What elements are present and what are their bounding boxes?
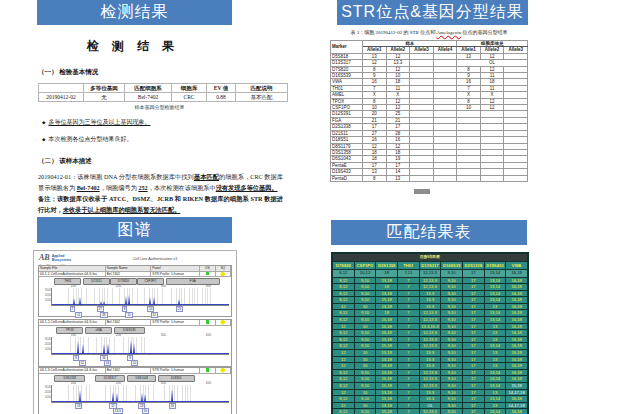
allele-cell: 7	[397, 409, 419, 414]
allele-cell: 12	[333, 350, 355, 357]
allele-cell: 18	[376, 284, 398, 291]
sample-description-paragraph: 20190412-01：该株细胞 DNA 分型在细胞系数据库中找到基本匹配的细胞…	[38, 172, 283, 193]
allele-cell: 16,18	[506, 330, 528, 337]
allele-cell: 7	[397, 323, 419, 330]
allele-cell: 8,12	[333, 369, 355, 376]
allele-label: 12	[151, 312, 158, 318]
column-header: 细胞库	[172, 84, 207, 93]
match-row: 121013,18713.39,10171316,18	[333, 356, 528, 363]
allele-label: 19	[142, 408, 149, 414]
sample-name: Bel-7402	[106, 272, 151, 277]
match-row: 8,129,1015,18712,13.39,101713,1416,18	[333, 376, 528, 383]
allele-cell: 8,12	[333, 310, 355, 317]
allele-cell: 13.3	[419, 389, 441, 396]
banner-electropherogram: 图谱	[37, 217, 232, 243]
match-row: 121013,18713.39,10171316,18	[333, 303, 528, 310]
sample-allele	[410, 175, 434, 181]
allele-cell: 17	[462, 290, 484, 297]
allele-cell: 15,18	[376, 323, 398, 330]
sample-file: 04-1-1-CellLineAuthentication-04-S.fsa	[39, 272, 106, 277]
text-segment: ，本次检测在该细胞系中	[148, 184, 216, 191]
allele-cell: 16,18	[506, 303, 528, 310]
allele-cell: 7	[397, 297, 419, 304]
result-summary-table: 多等位基因匹配细胞系细胞库EV 值匹配说明20190412-02无Bel-740…	[38, 83, 288, 102]
reference-row: 8,1210,12187,1112,13.39,101713,1416,18	[333, 270, 528, 278]
allele-cell: 17	[462, 350, 484, 357]
match-row: 8,129,1015,18713.39,101713,1416,18	[333, 396, 528, 403]
column-header: 匹配细胞系	[125, 84, 172, 93]
allele-cell: 17	[462, 330, 484, 337]
allele-cell: 7	[397, 369, 419, 376]
y-tick-label: 2000	[41, 294, 51, 297]
allele-cell: 13,14	[484, 297, 506, 304]
allele-cell: 7	[397, 396, 419, 403]
allele-cell: 7	[397, 317, 419, 324]
allele-cell: 13	[484, 303, 506, 310]
sample-file: 04-1-2-CellLineAuthentication-04-S.fsa	[39, 320, 106, 325]
allele-cell: 8,12	[333, 336, 355, 343]
allele-cell: 12,13.3	[419, 376, 441, 383]
match-row: 8,129,1013,18713.39,101713,1416,18	[333, 290, 528, 297]
header-label: Sample File	[39, 266, 106, 271]
match-row: 8,129,1015,18712,13.39,101713,1416,18	[333, 343, 528, 350]
allele-cell: 7	[397, 356, 419, 363]
allele-cell: 7	[397, 389, 419, 396]
allele-cell: 10	[354, 402, 376, 409]
allele-cell: 9,10	[354, 297, 376, 304]
allele-label-row: 7112728812101221	[51, 306, 231, 317]
sample-name: Bel-7402	[106, 368, 151, 373]
yellow-diamond-icon	[220, 272, 225, 276]
allele-cell: 10	[354, 389, 376, 396]
match-row: 8,129,1013,18712,13.39,10171316,18	[333, 336, 528, 343]
allele-cell: 16,18	[506, 290, 528, 297]
match-row: 8,129,1013,18712,13.39,101713,1416,18	[333, 369, 528, 376]
allele-cell: 8,12	[333, 396, 355, 403]
match-row: 8,129,1018712,13.39,101713,1416,18	[333, 310, 528, 317]
allele-cell: 13,14	[484, 369, 506, 376]
locus-column-header: D3S1358	[376, 261, 398, 270]
page-indicator	[414, 189, 430, 194]
locus-column-header: D19S433	[484, 261, 506, 270]
allele-cell: 9,10	[441, 323, 463, 330]
allele-label: 11	[75, 312, 82, 318]
table-header-row: 多等位基因匹配细胞系细胞库EV 值匹配说明	[39, 84, 288, 93]
allele-cell: 7	[397, 330, 419, 337]
doc-test-report: 检 测 结 果 （一） 检验基本情况 多等位基因匹配细胞系细胞库EV 值匹配说明…	[38, 30, 285, 215]
locus-column-header: D2S1338	[462, 261, 484, 270]
text-segment: ，细胞编号为	[100, 184, 139, 191]
locus-column-header: D7S820	[333, 261, 355, 270]
allele-cell: 8,12	[333, 317, 355, 324]
allele-cell: 16,18	[506, 323, 528, 330]
allele-cell: 17	[462, 356, 484, 363]
match-row: 8,129,1015,18713.39,101713,1416,18	[333, 297, 528, 304]
allele-cell: 13,14	[484, 317, 506, 324]
allele-cell: 16,18	[506, 317, 528, 324]
allele-peak	[125, 296, 127, 305]
allele-cell: 8,12	[333, 290, 355, 297]
allele-cell: 9,10	[441, 409, 463, 414]
allele-cell: 13.3,15.3	[419, 323, 441, 330]
cell: 基本匹配	[236, 93, 288, 102]
allele-peak	[144, 394, 146, 402]
allele-cell: 12,13.3	[419, 277, 441, 284]
reference-allele: 12,13.3	[419, 270, 441, 278]
allele-cell: 12,13.3	[419, 284, 441, 291]
yellow-diamond-icon	[220, 320, 225, 324]
allele-cell: 10	[354, 356, 376, 363]
report-preview-grid: 检测结果 STR位点&基因分型结果 图谱 匹配结果表 检 测 结 果 （一） 检…	[0, 0, 629, 414]
column-header: EV 值	[207, 84, 236, 93]
allele-cell: 17	[462, 277, 484, 284]
bank-allele	[504, 175, 528, 181]
sq-flag	[216, 368, 231, 373]
allele-cell: 13	[484, 389, 506, 396]
allele-cell: 7	[397, 383, 419, 390]
allele-cell: 13.3	[419, 350, 441, 357]
allele-cell: 8,12	[333, 284, 355, 291]
allele-cell: 13,14	[484, 290, 506, 297]
allele-cell: 16,18	[506, 336, 528, 343]
reference-allele: 13,14	[484, 270, 506, 278]
allele-cell: 9,10	[441, 277, 463, 284]
sample-allele: 13	[386, 175, 410, 181]
header-label: Panel	[151, 266, 200, 271]
allele-cell: 13,14	[484, 310, 506, 317]
